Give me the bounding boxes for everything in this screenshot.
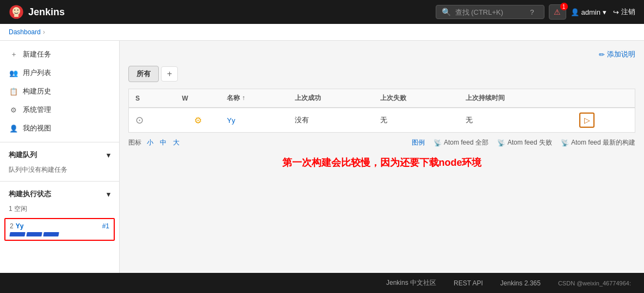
- sidebar-label-new-task: 新建任务: [23, 49, 51, 59]
- last-success-cell: 没有: [288, 108, 374, 133]
- view-tabs: 所有 +: [128, 66, 635, 82]
- atom-feed-fail-label: Atom feed 失败: [507, 138, 552, 147]
- svg-rect-4: [14, 15, 18, 17]
- sidebar-label-my-view: 我的视图: [23, 123, 51, 133]
- weather-icon: ⚙: [182, 115, 214, 126]
- build-status-title: 构建执行状态: [9, 189, 51, 199]
- progress-segment-2: [26, 232, 42, 236]
- legend-link[interactable]: 图例: [412, 138, 425, 147]
- breadcrumb: Dashboard ›: [0, 24, 644, 41]
- jobs-table: S W 名称 ↑ 上次成功 上次失败 上次持续时间 ⊙ ⚙: [128, 89, 635, 133]
- users-icon: 👥: [9, 69, 18, 77]
- breadcrumb-separator: ›: [43, 28, 45, 36]
- breadcrumb-home[interactable]: Dashboard: [9, 28, 41, 36]
- build-status-empty: 1 空闲: [0, 202, 119, 216]
- atom-feed-all-label: Atom feed 全部: [444, 138, 488, 147]
- table-header-row: S W 名称 ↑ 上次成功 上次失败 上次持续时间: [129, 89, 635, 108]
- sidebar-item-system-manage[interactable]: ⚙ 系统管理: [0, 101, 119, 119]
- run-build-button[interactable]: ▷: [579, 113, 595, 128]
- gear-icon: ⚙: [9, 106, 18, 114]
- alert-icon: ⚠: [554, 8, 561, 16]
- notification-badge: 1: [560, 3, 568, 10]
- search-input[interactable]: [455, 8, 526, 16]
- user-label: admin: [581, 8, 600, 16]
- build-queue-header[interactable]: 构建队列 ▾: [0, 147, 119, 163]
- history-icon: 📋: [9, 88, 18, 96]
- person-icon: 👤: [9, 124, 18, 133]
- col-actions: [573, 89, 635, 108]
- last-duration-cell: 无: [459, 108, 573, 133]
- icon-size-label: 图标: [128, 138, 141, 147]
- progress-segment-1: [9, 232, 25, 236]
- search-bar[interactable]: 🔍 ?: [436, 5, 544, 19]
- atom-feed-latest-label: Atom feed 最新的构建: [571, 138, 635, 147]
- progress-segment-3: [43, 232, 59, 236]
- user-icon: 👤: [571, 8, 579, 16]
- build-queue-title: 构建队列: [9, 150, 37, 160]
- add-description-button[interactable]: ✏ 添加说明: [599, 49, 635, 59]
- jenkins-logo[interactable]: Jenkins: [9, 4, 65, 20]
- col-name[interactable]: 名称 ↑: [220, 89, 288, 108]
- sidebar-item-new-task[interactable]: ＋ 新建任务: [0, 45, 119, 64]
- status-icon: ⊙: [135, 114, 144, 126]
- footer-version: Jenkins 2.365: [500, 279, 541, 287]
- rss-icon-all: 📡: [434, 139, 442, 147]
- atom-feed-latest-link[interactable]: 📡 Atom feed 最新的构建: [561, 138, 635, 147]
- notification-button[interactable]: ⚠ 1: [549, 4, 566, 20]
- status-cell: ⊙: [129, 108, 176, 133]
- build-queue-section: 构建队列 ▾ 队列中没有构建任务: [0, 142, 119, 177]
- action-cell: ▷: [573, 108, 635, 133]
- build-status-header[interactable]: 构建执行状态 ▾: [0, 186, 119, 202]
- icon-size-medium[interactable]: 中: [159, 138, 168, 147]
- icon-size-large[interactable]: 大: [172, 138, 181, 147]
- content-area: ✏ 添加说明 所有 + S W 名称 ↑ 上次成功 上次失败 上次持续时间: [120, 41, 644, 273]
- tab-add-button[interactable]: +: [161, 66, 178, 82]
- sidebar-item-my-view[interactable]: 👤 我的视图: [0, 119, 119, 138]
- job-name-link[interactable]: Yy: [227, 116, 235, 124]
- weather-cell: ⚙: [176, 108, 221, 133]
- footer-community-link[interactable]: Jenkins 中文社区: [386, 278, 436, 288]
- svg-point-3: [17, 9, 18, 10]
- jenkins-title: Jenkins: [28, 7, 65, 18]
- annotation-text: 第一次构建会比较慢，因为还要下载node环境: [128, 147, 635, 178]
- sidebar-item-user-list[interactable]: 👥 用户列表: [0, 64, 119, 82]
- logout-button[interactable]: ↪ 注销: [613, 7, 635, 17]
- sidebar-label-build-history: 构建历史: [23, 86, 51, 96]
- icon-size-small[interactable]: 小: [146, 138, 154, 147]
- name-cell: Yy: [220, 108, 288, 133]
- build-progress-bar: [10, 232, 109, 236]
- table-row: ⊙ ⚙ Yy 没有 无 无 ▷: [129, 108, 635, 133]
- build-queue-chevron: ▾: [107, 151, 110, 159]
- feed-links: 图例 📡 Atom feed 全部 📡 Atom feed 失败 📡 Atom …: [412, 138, 635, 147]
- svg-point-1: [13, 7, 20, 15]
- build-running-num: 2: [10, 222, 14, 230]
- footer-watermark: CSDN @weixin_46774964:: [558, 280, 631, 286]
- tab-all[interactable]: 所有: [128, 66, 159, 82]
- atom-feed-fail-link[interactable]: 📡 Atom feed 失败: [497, 138, 552, 147]
- chevron-down-icon: ▾: [603, 8, 606, 16]
- build-status-section: 构建执行状态 ▾ 1 空闲 2 Yy #1: [0, 181, 119, 241]
- svg-point-2: [14, 9, 15, 10]
- col-last-duration: 上次持续时间: [459, 89, 573, 108]
- logout-label: 注销: [621, 7, 635, 17]
- table-footer: 图标 小 中 大 图例 📡 Atom feed 全部 📡 Atom feed 失…: [128, 138, 635, 147]
- logout-icon: ↪: [613, 8, 619, 16]
- build-running-name[interactable]: Yy: [16, 222, 102, 230]
- sidebar-label-user-list: 用户列表: [23, 68, 51, 78]
- search-icon: 🔍: [442, 8, 451, 16]
- user-menu[interactable]: 👤 admin ▾: [571, 8, 606, 16]
- content-header: ✏ 添加说明: [128, 49, 635, 59]
- col-last-fail: 上次失败: [374, 89, 459, 108]
- sidebar: ＋ 新建任务 👥 用户列表 📋 构建历史 ⚙ 系统管理 👤 我的视图 构建队列 …: [0, 41, 120, 273]
- col-status: S: [129, 89, 176, 108]
- rss-icon-fail: 📡: [497, 139, 505, 147]
- build-running-id: #1: [102, 222, 109, 230]
- footer-rest-api-link[interactable]: REST API: [454, 279, 483, 287]
- icon-size-controls: 图标 小 中 大: [128, 138, 183, 147]
- sidebar-item-build-history[interactable]: 📋 构建历史: [0, 82, 119, 101]
- plus-icon: ＋: [9, 49, 18, 59]
- page-footer: Jenkins 中文社区 REST API Jenkins 2.365 CSDN…: [0, 273, 644, 293]
- rss-icon-latest: 📡: [561, 139, 569, 147]
- atom-feed-all-link[interactable]: 📡 Atom feed 全部: [434, 138, 488, 147]
- col-weather: W: [176, 89, 221, 108]
